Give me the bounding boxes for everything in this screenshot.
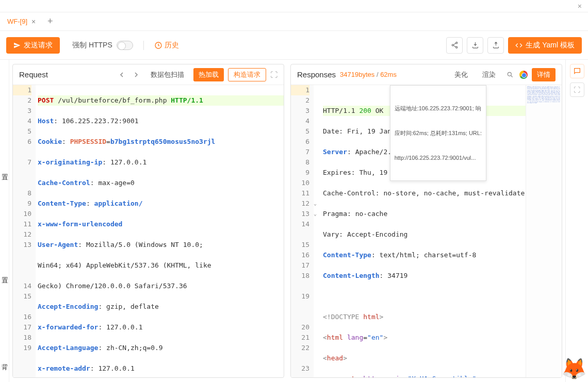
response-code[interactable]: 1 2 3 4 5 6 7 8 9 10 11 12 13 14 15 16 1… <box>291 85 562 377</box>
share-button[interactable] <box>446 37 463 54</box>
tab-label: WF-[9] <box>7 18 27 25</box>
send-icon <box>13 42 21 49</box>
right-rail: ⛶ <box>565 60 588 382</box>
history-label: 历史 <box>165 41 179 50</box>
response-gutter: 1 2 3 4 5 6 7 8 9 10 11 12 13 14 15 16 1… <box>291 85 314 377</box>
request-code[interactable]: 1 2 3 4 5 6 7 8 9 10 11 12 13 14 15 16 <box>13 85 284 377</box>
panes: 置 置 背 Request 数据包扫描 热加载 构造请求 ⛶ 1 2 3 4 5… <box>0 60 588 382</box>
left-sidebar: 置 置 背 <box>0 60 9 382</box>
next-button[interactable] <box>131 70 141 80</box>
packet-scan-button[interactable]: 数据包扫描 <box>145 68 189 81</box>
build-request-button[interactable]: 构造请求 <box>228 68 266 81</box>
switch-icon[interactable] <box>117 41 133 50</box>
search-button[interactable] <box>505 70 515 80</box>
close-icon[interactable]: × <box>578 2 582 10</box>
response-header: Responses 34719bytes / 62ms 美化 渲染 详情 <box>291 64 562 85</box>
fullscreen-button[interactable]: ⛶ <box>570 82 584 97</box>
comment-button[interactable] <box>570 64 584 78</box>
response-title: Responses <box>297 70 336 79</box>
code-icon <box>515 42 522 49</box>
toolbar: 发送请求 强制 HTTPS 历史 生成 Yaml 模板 <box>0 31 588 60</box>
yaml-label: 生成 Yaml 模板 <box>526 41 575 50</box>
title-strip: × <box>0 0 588 12</box>
minimap[interactable]: HTTP/1.1 200 OK Date Fri 19 Jan 2024 Ser… <box>526 85 562 377</box>
tab-wf9[interactable]: WF-[9] × <box>2 14 41 29</box>
export-button[interactable] <box>467 37 483 54</box>
fold-icon[interactable]: ⌄ <box>314 198 317 209</box>
request-body[interactable]: POST /vul/burteforce/bf_form.php HTTP/1.… <box>36 85 284 377</box>
request-gutter: 1 2 3 4 5 6 7 8 9 10 11 12 13 14 15 16 <box>13 85 36 377</box>
tab-close-icon[interactable]: × <box>31 18 36 26</box>
response-tooltip: 远端地址:106.225.223.72:9001; 响 应时间:62ms; 总耗… <box>390 85 486 181</box>
response-pane: Responses 34719bytes / 62ms 美化 渲染 详情 1 2… <box>290 64 562 378</box>
request-title: Request <box>19 70 48 79</box>
request-pane: Request 数据包扫描 热加载 构造请求 ⛶ 1 2 3 4 5 6 7 8… <box>12 64 284 378</box>
send-label: 发送请求 <box>24 41 53 50</box>
tabs-bar: WF-[9] × + <box>0 12 588 31</box>
fold-column: ⌄ ⌄ <box>314 85 321 377</box>
hotload-button[interactable]: 热加载 <box>193 68 224 81</box>
send-request-button[interactable]: 发送请求 <box>6 37 60 54</box>
mascot-icon[interactable]: 🦊 <box>561 357 587 381</box>
render-button[interactable]: 渲染 <box>477 68 501 81</box>
divider <box>143 41 144 50</box>
force-https-toggle[interactable]: 强制 HTTPS <box>72 41 133 50</box>
toolbar-right: 生成 Yaml 模板 <box>446 37 582 54</box>
fold-icon[interactable]: ⌄ <box>314 209 317 219</box>
tab-add-button[interactable]: + <box>43 14 57 29</box>
yaml-template-button[interactable]: 生成 Yaml 模板 <box>508 37 582 54</box>
import-button[interactable] <box>487 37 504 54</box>
history-button[interactable]: 历史 <box>154 41 179 50</box>
response-meta: 34719bytes / 62ms <box>340 71 397 78</box>
detail-button[interactable]: 详情 <box>532 68 556 81</box>
chrome-icon[interactable] <box>519 71 528 79</box>
expand-icon[interactable]: ⛶ <box>270 71 277 79</box>
svg-point-4 <box>508 72 511 76</box>
beautify-button[interactable]: 美化 <box>449 68 473 81</box>
force-https-label: 强制 HTTPS <box>72 41 112 50</box>
request-header: Request 数据包扫描 热加载 构造请求 ⛶ <box>13 64 284 85</box>
clock-icon <box>154 41 162 49</box>
response-body[interactable]: 远端地址:106.225.223.72:9001; 响 应时间:62ms; 总耗… <box>321 85 526 377</box>
prev-button[interactable] <box>117 70 127 80</box>
